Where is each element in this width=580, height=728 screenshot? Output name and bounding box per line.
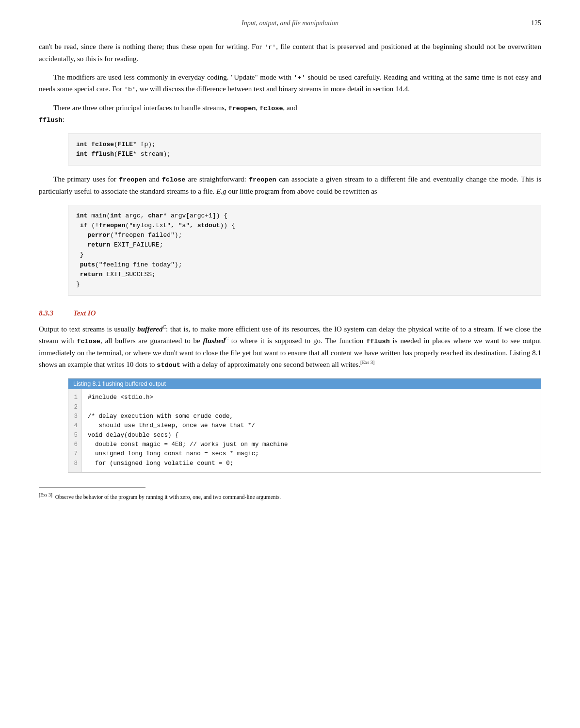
listing-code-area: 12345678 #include <stdio.h> /* delay exe…: [68, 389, 541, 472]
paragraph-2: The modifiers are used less commonly in …: [39, 71, 541, 95]
page-number: 125: [522, 19, 541, 27]
fflush-ref-2: fflush: [366, 338, 390, 345]
footnote-divider: [39, 487, 145, 488]
freopen-ref-1: freopen: [228, 105, 256, 112]
fclose-ref-1: fclose: [259, 105, 283, 112]
paragraph-5: Output to text streams is usually buffer…: [39, 323, 541, 370]
fclose-ref-3: fclose: [77, 338, 100, 345]
stdout-ref-1: stdout: [157, 362, 180, 369]
buffered-word: buffered: [137, 325, 162, 333]
paragraph-3: There are three other principal interfac…: [39, 102, 541, 126]
paragraph-4: The primary uses for freopen and fclose …: [39, 173, 541, 197]
section-heading-833: 8.3.3 Text IO: [39, 309, 541, 317]
section-title: Text IO: [73, 309, 96, 317]
freopen-ref-2: freopen: [119, 176, 146, 183]
inline-code-r: 'r': [264, 44, 276, 51]
code-block-1: int fclose(FILE* fp); int fflush(FILE* s…: [68, 133, 541, 165]
page-header: Input, output, and file manipulation 125: [39, 19, 541, 27]
listing-header: Listing 8.1 flushing buffered output: [68, 379, 541, 389]
page-title: Input, output, and file manipulation: [58, 19, 522, 27]
freopen-ref-3: freopen: [249, 176, 276, 183]
fclose-ref-2: fclose: [162, 176, 186, 183]
inline-code-b: 'b': [124, 86, 136, 93]
listing-code-content: #include <stdio.h> /* delay execution wi…: [82, 389, 541, 472]
fflush-ref-1: fflush: [39, 116, 63, 124]
exs3-ref: [Exs 3]: [360, 360, 374, 365]
flushed-word: flushed: [203, 337, 226, 345]
footnote-ref-label: [Exs 3]: [39, 492, 52, 497]
listing-8-1: Listing 8.1 flushing buffered output 123…: [68, 378, 541, 473]
code-block-2: int main(int argc, char* argv[argc+1]) {…: [68, 205, 541, 296]
line-numbers: 12345678: [68, 389, 82, 472]
inline-code-plus: '+': [294, 74, 306, 82]
section-number: 8.3.3: [39, 309, 65, 317]
footnote: [Exs 3] Observe the behavior of the prog…: [39, 492, 541, 501]
paragraph-1: can't be read, since there is nothing th…: [39, 41, 541, 65]
